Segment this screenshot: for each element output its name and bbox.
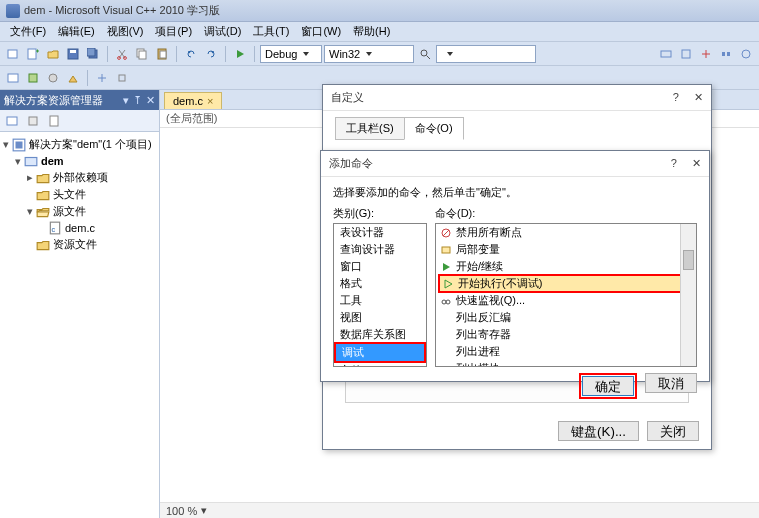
sec-icon-6[interactable] (113, 69, 131, 87)
category-item[interactable]: 格式 (334, 275, 426, 292)
blank-icon (440, 346, 452, 358)
command-label: 列出寄存器 (456, 327, 511, 342)
tab-toolbars[interactable]: 工具栏(S) (335, 117, 405, 140)
keyboard-button[interactable]: 键盘(K)... (558, 421, 639, 441)
command-item[interactable]: 列出寄存器 (436, 326, 696, 343)
command-item[interactable]: 列出模块 (436, 360, 696, 367)
close-icon[interactable]: ✕ (694, 91, 703, 103)
scroll-thumb[interactable] (683, 250, 694, 270)
caret-down-icon (303, 52, 309, 56)
tree-resources[interactable]: ▸ 资源文件 (0, 236, 159, 253)
cut-icon[interactable] (113, 45, 131, 63)
find-box[interactable] (436, 45, 536, 63)
tree-headers[interactable]: ▸ 头文件 (0, 186, 159, 203)
tab-commands[interactable]: 命令(O) (404, 117, 464, 140)
tree-external[interactable]: ▸ 外部依赖项 (0, 169, 159, 186)
command-item[interactable]: 开始/继续 (436, 258, 696, 275)
sec-icon-3[interactable] (44, 69, 62, 87)
command-item[interactable]: 列出进程 (436, 343, 696, 360)
ok-button-highlight: 确定 (579, 373, 637, 399)
sec-icon-4[interactable] (64, 69, 82, 87)
save-icon[interactable] (64, 45, 82, 63)
close-button[interactable]: 关闭 (647, 421, 699, 441)
command-item[interactable]: 开始执行(不调试) (438, 274, 694, 293)
copy-icon[interactable] (133, 45, 151, 63)
tree-project[interactable]: ▾ dem (0, 153, 159, 169)
category-item[interactable]: 查询设计器 (334, 241, 426, 258)
menu-help[interactable]: 帮助(H) (347, 22, 396, 41)
svg-rect-16 (661, 51, 671, 57)
category-item[interactable]: 工具 (334, 292, 426, 309)
category-item[interactable]: 数据库关系图 (334, 326, 426, 343)
menu-debug[interactable]: 调试(D) (198, 22, 247, 41)
command-label: 快速监视(Q)... (456, 293, 525, 308)
command-item[interactable]: 禁用所有断点 (436, 224, 696, 241)
panel-dropdown-icon[interactable]: ▾ (123, 94, 129, 107)
category-item[interactable]: 表设计器 (334, 224, 426, 241)
command-item[interactable]: 局部变量 (436, 241, 696, 258)
tool-icon-4[interactable] (717, 45, 735, 63)
tool-icon-3[interactable] (697, 45, 715, 63)
sec-icon-1[interactable] (4, 69, 22, 87)
category-item[interactable]: 文件 (334, 362, 426, 367)
headers-label: 头文件 (53, 187, 86, 202)
paste-icon[interactable] (153, 45, 171, 63)
category-item[interactable]: 调试 (336, 344, 424, 361)
new-project-icon[interactable] (4, 45, 22, 63)
categories-listbox[interactable]: 表设计器查询设计器窗口格式工具视图数据库关系图调试文件项目资源 (333, 223, 427, 367)
panel-close-icon[interactable]: ✕ (146, 94, 155, 107)
platform-dropdown[interactable]: Win32 (324, 45, 414, 63)
panel-pin-icon[interactable]: ⤒ (133, 94, 142, 107)
category-item[interactable]: 视图 (334, 309, 426, 326)
find-icon[interactable] (416, 45, 434, 63)
add-cmd-body: 选择要添加的命令，然后单击"确定"。 类别(G): 表设计器查询设计器窗口格式工… (321, 177, 709, 381)
help-icon[interactable]: ? (673, 91, 679, 103)
ok-button[interactable]: 确定 (582, 376, 634, 396)
menu-view[interactable]: 视图(V) (101, 22, 150, 41)
panel-tool-icon-1[interactable] (3, 112, 21, 130)
undo-icon[interactable] (182, 45, 200, 63)
open-icon[interactable] (44, 45, 62, 63)
separator (225, 46, 226, 62)
tool-icon-5[interactable] (737, 45, 755, 63)
sec-icon-2[interactable] (24, 69, 42, 87)
window-title-bar: dem - Microsoft Visual C++ 2010 学习版 (0, 0, 759, 22)
menu-edit[interactable]: 编辑(E) (52, 22, 101, 41)
command-item[interactable]: 快速监视(Q)... (436, 292, 696, 309)
category-item[interactable]: 窗口 (334, 258, 426, 275)
add-item-icon[interactable] (24, 45, 42, 63)
scrollbar[interactable] (680, 224, 696, 366)
menu-file[interactable]: 文件(F) (4, 22, 52, 41)
tool-icon-1[interactable] (657, 45, 675, 63)
zoom-caret-icon[interactable]: ▾ (201, 504, 207, 517)
tab-label: dem.c (173, 95, 203, 107)
tree-file-demc[interactable]: ▸ c dem.c (0, 220, 159, 236)
tab-close-icon[interactable]: × (207, 95, 213, 107)
redo-icon[interactable] (202, 45, 220, 63)
close-icon[interactable]: ✕ (692, 157, 701, 169)
start-debug-icon[interactable] (231, 45, 249, 63)
save-all-icon[interactable] (84, 45, 102, 63)
command-item[interactable]: 列出反汇编 (436, 309, 696, 326)
tab-demc[interactable]: dem.c × (164, 92, 222, 109)
menu-project[interactable]: 项目(P) (149, 22, 198, 41)
menu-window[interactable]: 窗口(W) (295, 22, 347, 41)
panel-tool-icon-2[interactable] (24, 112, 42, 130)
commands-listbox[interactable]: 禁用所有断点局部变量开始/继续开始执行(不调试)快速监视(Q)...列出反汇编列… (435, 223, 697, 367)
sec-icon-5[interactable] (93, 69, 111, 87)
separator (254, 46, 255, 62)
toolbar-standard: Debug Win32 (0, 42, 759, 66)
app-icon (6, 4, 20, 18)
panel-tool-icon-3[interactable] (45, 112, 63, 130)
config-dropdown[interactable]: Debug (260, 45, 322, 63)
cancel-button[interactable]: 取消 (645, 373, 697, 393)
tree-sources[interactable]: ▾ 源文件 (0, 203, 159, 220)
help-icon[interactable]: ? (671, 157, 677, 169)
tree-solution[interactable]: ▾ 解决方案"dem"(1 个项目) (0, 136, 159, 153)
svg-rect-18 (722, 52, 725, 56)
zoom-bar: 100 % ▾ (160, 502, 759, 518)
zoom-label[interactable]: 100 % (166, 505, 197, 517)
solution-tree: ▾ 解决方案"dem"(1 个项目) ▾ dem ▸ 外部依赖项 ▸ 头文件 ▾ (0, 132, 159, 257)
menu-tools[interactable]: 工具(T) (247, 22, 295, 41)
tool-icon-2[interactable] (677, 45, 695, 63)
